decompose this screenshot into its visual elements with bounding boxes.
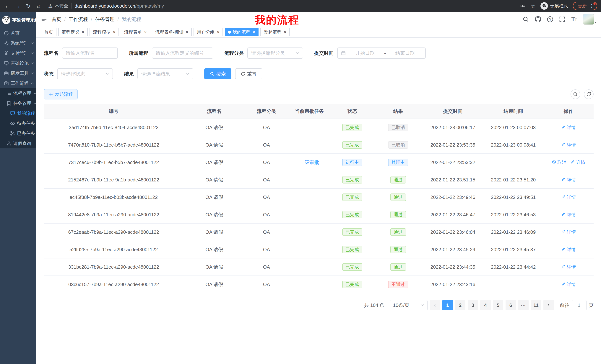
- close-icon[interactable]: ×: [186, 30, 188, 34]
- status-badge: 已完成: [342, 141, 362, 149]
- page-button-2[interactable]: 2: [455, 300, 465, 310]
- page-ellipsis[interactable]: ···: [518, 300, 529, 310]
- refresh-icon[interactable]: [584, 89, 594, 99]
- detail-link[interactable]: 详情: [561, 247, 576, 252]
- sidebar-item-todo-tasks[interactable]: 待办任务: [0, 118, 36, 128]
- tab-user-group[interactable]: 用户分组×: [193, 28, 223, 36]
- submit-time-range-picker[interactable]: 开始日期 - 结束日期: [337, 48, 426, 59]
- cell-category: OA: [245, 241, 288, 258]
- chevron-up-icon: [30, 81, 34, 85]
- next-page-button[interactable]: [543, 300, 554, 310]
- detail-link[interactable]: 详情: [561, 125, 576, 130]
- status-select[interactable]: 请选择状态: [57, 68, 113, 79]
- sidebar-item-payment[interactable]: 支付管理: [0, 48, 36, 58]
- process-name-input[interactable]: [62, 48, 118, 59]
- close-icon[interactable]: ×: [144, 30, 147, 34]
- page-button-11[interactable]: 11: [531, 300, 541, 310]
- bookmark-star-icon[interactable]: ☆: [531, 3, 536, 9]
- tab-process-form-edit[interactable]: 流程表单-编辑×: [152, 28, 192, 36]
- browser-update-button[interactable]: 更新 ⋮: [573, 2, 597, 10]
- detail-link[interactable]: 详情: [561, 264, 576, 270]
- page-button-1[interactable]: 1: [442, 300, 453, 310]
- page-button-4[interactable]: 4: [480, 300, 491, 310]
- address-bar[interactable]: dashboard.yudao.iocoder.cn/bpm/task/my: [74, 3, 164, 9]
- tab-my-process[interactable]: 我的流程×: [225, 28, 259, 36]
- help-icon[interactable]: ?: [547, 16, 553, 22]
- sidebar-item-task-mgmt[interactable]: 任务管理: [0, 98, 36, 108]
- sidebar-item-devtools[interactable]: 研发工具: [0, 68, 36, 78]
- fullscreen-icon[interactable]: [559, 16, 565, 22]
- hide-search-icon[interactable]: [571, 89, 580, 99]
- browser-forward-icon[interactable]: →: [14, 3, 21, 9]
- cell-current-task: [288, 223, 331, 241]
- close-icon[interactable]: ×: [82, 30, 84, 34]
- browser-home-icon[interactable]: ⌂: [35, 3, 42, 9]
- detail-link[interactable]: 详情: [561, 194, 576, 200]
- tab-start-process[interactable]: 发起流程×: [260, 28, 290, 36]
- browser-reload-icon[interactable]: ↻: [25, 3, 32, 9]
- close-icon[interactable]: ×: [253, 30, 255, 34]
- detail-link[interactable]: 详情: [561, 177, 576, 183]
- cancel-link[interactable]: 取消: [552, 159, 566, 165]
- browser-back-icon[interactable]: ←: [4, 3, 11, 9]
- tab-home[interactable]: 首页: [41, 28, 56, 36]
- cell-current-task: [288, 206, 331, 223]
- goto-page-input[interactable]: [572, 300, 587, 310]
- cell-actions: 详情: [544, 119, 594, 136]
- user-menu[interactable]: ▾: [583, 14, 597, 25]
- sidebar-item-my-process[interactable]: 我的流程: [0, 108, 36, 118]
- reset-button[interactable]: 重置: [235, 68, 262, 79]
- cell-category: OA: [245, 206, 288, 223]
- start-process-button[interactable]: 发起流程: [44, 89, 78, 99]
- close-icon[interactable]: ×: [217, 30, 220, 34]
- sidebar-item-workflow[interactable]: 工作流程: [0, 78, 36, 88]
- pagination: 共 104 条10条/页123456···11前往页: [44, 300, 594, 310]
- app-logo[interactable]: 芋道管理系统: [0, 12, 36, 28]
- detail-link[interactable]: 详情: [571, 159, 585, 165]
- tab-process-definition[interactable]: 流程定义×: [58, 28, 88, 36]
- tab-process-form[interactable]: 流程表单×: [121, 28, 150, 36]
- search-icon[interactable]: [523, 16, 529, 22]
- detail-link[interactable]: 详情: [561, 229, 576, 235]
- github-icon[interactable]: [535, 16, 541, 22]
- sidebar-item-leave-query[interactable]: 请假查询: [0, 138, 36, 148]
- detail-link[interactable]: 详情: [561, 281, 576, 287]
- cell-category: OA: [245, 223, 288, 241]
- site-security[interactable]: ⚠ 不安全: [48, 3, 68, 9]
- sidebar-item-home[interactable]: 首页: [0, 28, 36, 38]
- detail-link[interactable]: 详情: [561, 142, 576, 148]
- breadcrumb-item[interactable]: 任务管理: [95, 16, 114, 23]
- breadcrumb-item[interactable]: 首页: [52, 16, 61, 23]
- sidebar-item-system[interactable]: 系统管理: [0, 38, 36, 48]
- hamburger-icon[interactable]: [36, 16, 52, 22]
- cell-process-name: OA 请假: [183, 119, 245, 136]
- prev-page-button[interactable]: [430, 300, 440, 310]
- tab-process-model[interactable]: 流程模型×: [90, 28, 119, 36]
- chevron-down-icon: [30, 71, 34, 75]
- cell-category: OA: [245, 119, 288, 136]
- close-icon[interactable]: ×: [284, 30, 286, 34]
- sidebar-item-infrastructure[interactable]: 基础设施: [0, 58, 36, 68]
- sidebar-item-process-mgmt[interactable]: 流程管理: [0, 88, 36, 98]
- result-label: 结果: [124, 71, 134, 77]
- page-button-5[interactable]: 5: [493, 300, 503, 310]
- key-icon[interactable]: [520, 3, 526, 9]
- category-select[interactable]: 请选择流程分类: [247, 48, 303, 59]
- breadcrumb-item[interactable]: 工作流程: [69, 16, 88, 23]
- cell-submit-time: 2022-01-22 23:46:47: [422, 206, 483, 223]
- page-button-6[interactable]: 6: [506, 300, 516, 310]
- sidebar-item-done-tasks[interactable]: 已办任务: [0, 128, 36, 138]
- font-size-icon[interactable]: TT: [571, 17, 577, 22]
- page-size-select[interactable]: 10条/页: [390, 300, 428, 310]
- search-button[interactable]: 搜索: [204, 68, 231, 79]
- close-icon[interactable]: ×: [113, 30, 116, 34]
- result-select[interactable]: 请选择流结果: [137, 68, 193, 79]
- cancel-icon: [552, 160, 556, 165]
- current-task-link[interactable]: 一级审批: [300, 160, 319, 165]
- page-button-3[interactable]: 3: [468, 300, 478, 310]
- browser-menu-icon[interactable]: ⋮: [589, 3, 594, 8]
- page-annotation: 我的流程: [255, 13, 299, 27]
- yen-icon: [4, 51, 9, 56]
- process-def-input[interactable]: [152, 48, 213, 59]
- detail-link[interactable]: 详情: [561, 212, 576, 218]
